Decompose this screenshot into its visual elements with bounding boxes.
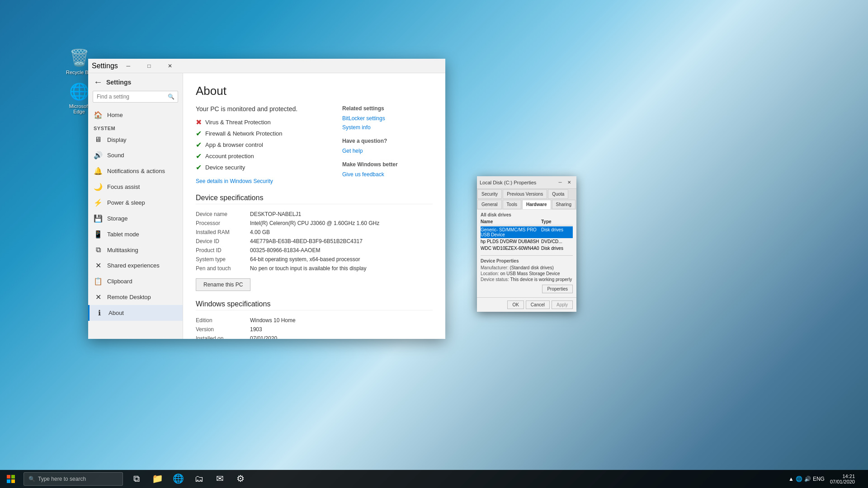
settings-nav: ← Settings 🔍 🏠 Home System 🖥 Display xyxy=(88,73,183,339)
disk-tab-quota[interactable]: Quota xyxy=(548,189,568,199)
svg-rect-3 xyxy=(11,479,15,483)
spec-value-5: 64-bit operating system, x64-based proce… xyxy=(250,256,433,263)
security-item-1: ✔ Firewall & Network Protection xyxy=(196,129,333,138)
disk-dialog-buttons: OK Cancel Apply xyxy=(477,297,576,312)
disk-tab-security[interactable]: Security xyxy=(477,189,502,199)
spec-value-3: 44E779AB-E63B-4BED-B3F9-6B51B2BC4317 xyxy=(250,238,433,244)
disk-dialog-titlebar: Local Disk (C:) Properties ─ ✕ xyxy=(477,176,576,189)
disk-tab-sharing[interactable]: Sharing xyxy=(552,200,576,209)
disk-tab-tools[interactable]: Tools xyxy=(503,200,521,209)
disk-dialog-content: All disk drives Name Type Generic- SD/MM… xyxy=(477,210,576,297)
tray-language: ENG xyxy=(813,476,825,482)
taskbar-settings[interactable]: ⚙ xyxy=(231,470,250,488)
properties-button[interactable]: Properties xyxy=(542,285,573,293)
related-settings-title: Related settings xyxy=(342,105,433,112)
notifications-icon: 🔔 xyxy=(94,167,103,175)
main-title: About xyxy=(196,84,433,98)
clipboard-icon: 📋 xyxy=(94,277,103,286)
nav-item-about[interactable]: ℹ About xyxy=(88,305,183,321)
security-warn-icon-0: ✖ xyxy=(196,118,202,127)
feedback-link[interactable]: Give us feedback xyxy=(342,171,433,178)
spec-value-6: No pen or touch input is available for t… xyxy=(250,265,433,272)
nav-item-focus-assist[interactable]: 🌙 Focus assist xyxy=(88,179,183,195)
spec-label-3: Device ID xyxy=(196,238,250,244)
taskbar-mail[interactable]: ✉ xyxy=(210,470,230,488)
system-info-link[interactable]: System info xyxy=(342,124,433,131)
nav-item-multitasking[interactable]: ⧉ Multitasking xyxy=(88,242,183,258)
taskbar-file-explorer[interactable]: 📁 xyxy=(147,470,167,488)
nav-display-label: Display xyxy=(107,136,127,143)
window-controls: ─ □ ✕ xyxy=(118,59,180,73)
task-view-button[interactable]: ⧉ xyxy=(127,470,146,488)
security-label-1: Firewall & Network Protection xyxy=(205,130,283,137)
win-spec-label-1: Version xyxy=(196,326,250,333)
tray-volume-icon[interactable]: 🔊 xyxy=(804,476,811,482)
security-ok-icon-3: ✔ xyxy=(196,152,202,160)
rename-pc-button[interactable]: Rename this PC xyxy=(196,278,250,291)
nav-back-button[interactable]: ← Settings xyxy=(88,73,183,91)
taskbar-clock[interactable]: 14:21 07/01/2020 xyxy=(826,474,859,484)
shared-exp-icon: ✕ xyxy=(94,261,103,270)
close-button[interactable]: ✕ xyxy=(160,59,180,73)
minimize-button[interactable]: ─ xyxy=(118,59,139,73)
about-icon: ℹ xyxy=(95,309,104,317)
settings-title-text: Settings xyxy=(92,62,118,70)
disk-apply-button[interactable]: Apply xyxy=(552,300,573,309)
win-spec-label-0: Edition xyxy=(196,317,250,324)
settings-body: ← Settings 🔍 🏠 Home System 🖥 Display xyxy=(88,73,445,339)
spec-row-2: Installed RAM 4.00 GB xyxy=(196,228,433,237)
nav-item-shared-experiences[interactable]: ✕ Shared experiences xyxy=(88,258,183,273)
nav-item-tablet-mode[interactable]: 📱 Tablet mode xyxy=(88,226,183,242)
nav-focus-assist-label: Focus assist xyxy=(107,183,140,190)
remote-desktop-icon: ✕ xyxy=(94,293,103,301)
nav-item-storage[interactable]: 💾 Storage xyxy=(88,211,183,226)
bitlocker-settings-link[interactable]: BitLocker settings xyxy=(342,115,433,122)
disk-tab-previous-versions[interactable]: Previous Versions xyxy=(503,189,547,199)
spec-value-2: 4.00 GB xyxy=(250,229,433,235)
win-spec-value-2: 07/01/2020 xyxy=(250,335,277,339)
disk-tabs: Security Previous Versions Quota General… xyxy=(477,189,576,210)
taskbar-edge[interactable]: 🌐 xyxy=(168,470,188,488)
disk-close-button[interactable]: ✕ xyxy=(565,178,574,187)
start-button[interactable] xyxy=(0,470,22,488)
nav-search-container: 🔍 xyxy=(93,91,178,103)
disk-list-item-0[interactable]: Generic- SD/MMC/MS PRO USB Device Disk d… xyxy=(481,226,573,238)
nav-item-home[interactable]: 🏠 Home xyxy=(88,107,183,123)
disk-tab-general[interactable]: General xyxy=(477,200,502,209)
disk-cancel-button[interactable]: Cancel xyxy=(526,300,550,309)
security-status: Your PC is monitored and protected. xyxy=(196,105,333,113)
get-help-link[interactable]: Get help xyxy=(342,148,433,154)
settings-window: Settings ─ □ ✕ ← Settings 🔍 🏠 xyxy=(88,59,445,339)
nav-tablet-label: Tablet mode xyxy=(107,231,139,238)
nav-item-remote-desktop[interactable]: ✕ Remote Desktop xyxy=(88,289,183,305)
disk-list-item-2[interactable]: WDC WD10EZEX-60WN4A0 Disk drives xyxy=(481,245,573,252)
disk-minimize-button[interactable]: ─ xyxy=(556,178,565,187)
spec-row-6: Pen and touch No pen or touch input is a… xyxy=(196,264,433,273)
tray-arrow-icon[interactable]: ▲ xyxy=(788,476,794,482)
win-spec-label-2: Installed on xyxy=(196,335,250,339)
nav-item-clipboard[interactable]: 📋 Clipboard xyxy=(88,273,183,289)
disk-item-name-1: hp PLDS DVDRW DU8A8SH xyxy=(481,239,541,244)
main-left: Your PC is monitored and protected. ✖ Vi… xyxy=(196,105,333,185)
spec-value-1: Intel(R) Celeron(R) CPU J3060 @ 1.60GHz … xyxy=(250,220,433,226)
disk-tab-hardware[interactable]: Hardware xyxy=(522,200,551,209)
nav-item-sound[interactable]: 🔊 Sound xyxy=(88,147,183,163)
nav-search-input[interactable] xyxy=(93,91,178,103)
see-details-link[interactable]: See details in Windows Security xyxy=(196,178,273,184)
disk-item-type-2: Disk drives xyxy=(541,246,573,251)
maximize-button[interactable]: □ xyxy=(139,59,160,73)
security-ok-icon-2: ✔ xyxy=(196,141,202,149)
disk-list-item-1[interactable]: hp PLDS DVDRW DU8A8SH DVD/CD... xyxy=(481,238,573,245)
tray-network-icon[interactable]: 🌐 xyxy=(796,476,802,482)
spec-label-4: Product ID xyxy=(196,247,250,253)
win-spec-row-2: Installed on 07/01/2020 xyxy=(196,334,433,339)
nav-notifications-label: Notifications & actions xyxy=(107,168,165,174)
nav-item-notifications[interactable]: 🔔 Notifications & actions xyxy=(88,163,183,179)
nav-item-display[interactable]: 🖥 Display xyxy=(88,132,183,147)
disk-ok-button[interactable]: OK xyxy=(507,300,524,309)
multitasking-icon: ⧉ xyxy=(94,246,103,254)
nav-item-power-sleep[interactable]: ⚡ Power & sleep xyxy=(88,195,183,211)
taskbar-folder[interactable]: 🗂 xyxy=(189,470,209,488)
spec-value-4: 00325-80966-81834-AAOEM xyxy=(250,247,433,253)
taskbar-search[interactable]: 🔍 Type here to search xyxy=(24,472,123,486)
